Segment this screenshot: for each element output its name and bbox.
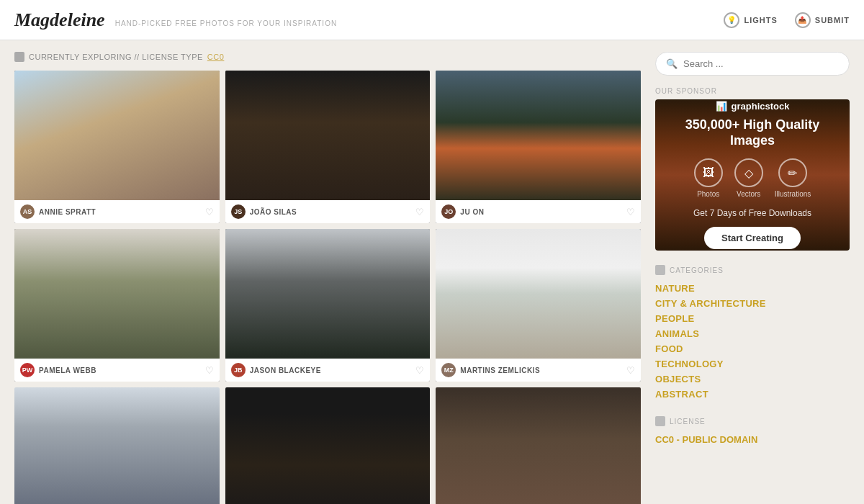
category-item-animals[interactable]: ANIMALS (655, 326, 850, 341)
photo-card[interactable] (14, 387, 220, 504)
photo-image (225, 229, 431, 359)
sponsor-logo-icon: 📊 (716, 101, 727, 112)
sponsor-icons: 🖼 Photos ◇ Vectors ✏ Illustrations (694, 158, 811, 198)
photo-image (14, 71, 220, 200)
heart-icon[interactable]: ♡ (626, 365, 635, 376)
license-item-cc0[interactable]: CC0 - PUBLIC DOMAIN (655, 432, 850, 447)
tag-icon (14, 52, 24, 62)
license-icon (655, 416, 665, 426)
photo-credit: JS JOÃO SILAS ♡ (225, 200, 431, 223)
avatar: MZ (441, 363, 456, 377)
sponsor-tagline: 350,000+ High Quality Images (667, 117, 838, 148)
license-label: LICENSE (655, 416, 850, 426)
heart-icon[interactable]: ♡ (415, 207, 424, 217)
heart-icon[interactable]: ♡ (626, 207, 635, 217)
category-item-city[interactable]: CITY & ARCHITECTURE (655, 296, 850, 311)
category-item-nature[interactable]: NATURE (655, 281, 850, 296)
search-input[interactable] (683, 58, 839, 69)
exploring-text: Currently exploring // License type (29, 53, 203, 61)
photo-card[interactable]: JB JASON BLACKEYE ♡ (225, 229, 431, 382)
category-item-people[interactable]: PEOPLE (655, 311, 850, 326)
license-link[interactable]: CC0 (207, 53, 225, 61)
category-list: NATURE CITY & ARCHITECTURE PEOPLE ANIMAL… (655, 281, 850, 402)
category-item-food[interactable]: FOOD (655, 341, 850, 356)
sponsor-icon-illustrations: ✏ Illustrations (775, 158, 811, 198)
photo-image (225, 71, 431, 200)
exploring-bar: Currently exploring // License type CC0 (14, 52, 641, 62)
credit-name: MARTINS ZEMLICKIS (460, 366, 540, 374)
site-tagline: Hand-picked free photos for your inspira… (115, 19, 337, 27)
avatar: JB (231, 363, 246, 377)
search-box[interactable]: 🔍 (655, 52, 850, 76)
categories-label: CATEGORIES (655, 265, 850, 275)
photo-card[interactable] (225, 387, 431, 504)
heart-icon[interactable]: ♡ (205, 207, 214, 217)
photo-card[interactable]: MZ MARTINS ZEMLICKIS ♡ (436, 229, 641, 382)
license-list: CC0 - PUBLIC DOMAIN (655, 432, 850, 447)
categories-icon (655, 265, 665, 275)
site-title: Magdeleine (14, 9, 105, 31)
search-icon: 🔍 (666, 58, 678, 69)
main-container: Currently exploring // License type CC0 … (0, 40, 864, 504)
heart-icon[interactable]: ♡ (415, 365, 424, 376)
photo-image (436, 71, 641, 200)
sponsor-label: OUR SPONSOR (655, 87, 850, 95)
credit-name: ANNIE SPRATT (39, 208, 96, 216)
photo-card[interactable] (436, 387, 641, 504)
submit-button[interactable]: 📤 SUBMIT (795, 12, 850, 28)
sponsor-cta-button[interactable]: Start Creating (704, 227, 801, 249)
avatar: AS (20, 204, 35, 219)
photo-image (436, 387, 641, 504)
avatar: PW (20, 363, 35, 377)
photo-credit: JB JASON BLACKEYE ♡ (225, 359, 431, 382)
photos-icon: 🖼 (694, 158, 723, 187)
category-item-abstract[interactable]: ABSTRACT (655, 387, 850, 402)
sponsor-logo: 📊 graphicstock (716, 101, 790, 112)
sponsor-banner[interactable]: 📊 graphicstock 350,000+ High Quality Ima… (655, 99, 850, 251)
illustrations-icon: ✏ (778, 158, 807, 187)
photo-card[interactable]: PW PAMELA WEBB ♡ (14, 229, 220, 382)
photo-credit: MZ MARTINS ZEMLICKIS ♡ (436, 359, 641, 382)
submit-icon: 📤 (795, 12, 811, 28)
photo-card[interactable]: JO JU ON ♡ (436, 71, 641, 223)
photo-image (225, 387, 431, 504)
avatar: JO (441, 204, 456, 219)
lights-icon: 💡 (724, 12, 739, 28)
header-left: Magdeleine Hand-picked free photos for y… (14, 9, 337, 31)
sponsor-icon-photos: 🖼 Photos (694, 158, 723, 198)
sponsor-subdesc: Get 7 Days of Free Downloads (693, 208, 811, 218)
category-item-technology[interactable]: TECHNOLOGY (655, 356, 850, 372)
content-area: Currently exploring // License type CC0 … (14, 52, 641, 504)
sponsor-icon-vectors: ◇ Vectors (734, 158, 763, 198)
photo-card[interactable]: JS JOÃO SILAS ♡ (225, 71, 431, 223)
photo-credit: JO JU ON ♡ (436, 200, 641, 223)
photo-credit: AS ANNIE SPRATT ♡ (14, 200, 220, 223)
heart-icon[interactable]: ♡ (205, 365, 214, 376)
avatar: JS (231, 204, 246, 219)
photo-image (14, 229, 220, 359)
photo-image (436, 229, 641, 359)
credit-name: JU ON (460, 208, 484, 216)
sidebar: 🔍 OUR SPONSOR 📊 graphicstock 350,000+ Hi… (655, 52, 850, 504)
photo-grid: AS ANNIE SPRATT ♡ JS JOÃO SILAS ♡ (14, 71, 641, 504)
credit-name: JASON BLACKEYE (250, 366, 321, 374)
photo-card[interactable]: AS ANNIE SPRATT ♡ (14, 71, 220, 223)
photo-credit: PW PAMELA WEBB ♡ (14, 359, 220, 382)
credit-name: JOÃO SILAS (250, 208, 297, 216)
lights-button[interactable]: 💡 LIGHTS (724, 12, 777, 28)
header-right: 💡 LIGHTS 📤 SUBMIT (724, 12, 850, 28)
sponsor-content: 📊 graphicstock 350,000+ High Quality Ima… (667, 101, 838, 249)
credit-name: PAMELA WEBB (39, 366, 96, 374)
photo-image (14, 387, 220, 504)
vectors-icon: ◇ (734, 158, 763, 187)
header: Magdeleine Hand-picked free photos for y… (0, 0, 864, 40)
category-item-objects[interactable]: OBJECTS (655, 372, 850, 387)
